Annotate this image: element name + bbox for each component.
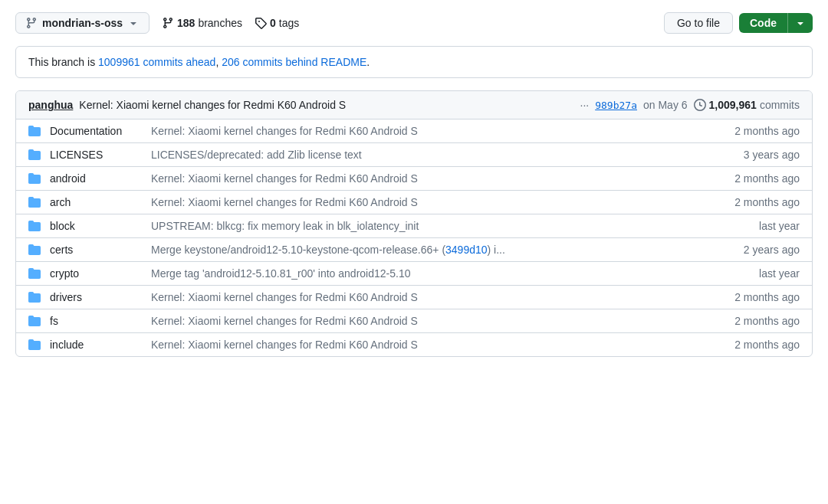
file-rows-container: DocumentationKernel: Xiaomi kernel chang… [16,119,812,356]
chevron-down-icon [127,17,140,29]
table-row: includeKernel: Xiaomi kernel changes for… [16,333,812,356]
commit-count-number: 1,009,961 [709,99,757,111]
folder-icon [28,315,41,327]
commit-hash-link[interactable]: 989b27a [595,100,637,111]
file-age: last year [723,220,800,232]
tag-icon [255,17,267,29]
file-name-link[interactable]: android [50,172,142,185]
file-name-link[interactable]: drivers [50,291,142,303]
tag-count-link[interactable]: 0 tags [255,17,299,29]
file-name-link[interactable]: arch [50,196,142,208]
file-name-link[interactable]: fs [50,315,142,327]
branch-count-link[interactable]: 188 branches [162,17,242,29]
commit-message: Kernel: Xiaomi kernel changes for Redmi … [79,99,573,111]
file-age: 2 months ago [723,125,800,137]
file-age: 2 months ago [723,196,800,208]
table-row: archKernel: Xiaomi kernel changes for Re… [16,191,812,214]
table-row: driversKernel: Xiaomi kernel changes for… [16,286,812,309]
file-commit-message: Kernel: Xiaomi kernel changes for Redmi … [151,339,714,351]
table-row: blockUPSTREAM: blkcg: fix memory leak in… [16,214,812,238]
table-row: certsMerge keystone/android12-5.10-keyst… [16,238,812,262]
code-button-group: Code [739,13,813,33]
branch-number: 188 [177,17,195,29]
file-commit-message: UPSTREAM: blkcg: fix memory leak in blk_… [151,220,714,232]
file-name-link[interactable]: LICENSES [50,149,142,161]
git-branch-icon [25,17,38,29]
file-age: last year [723,267,800,280]
file-commit-message: LICENSES/deprecated: add Zlib license te… [151,149,714,161]
file-commit-message: Kernel: Xiaomi kernel changes for Redmi … [151,172,714,185]
folder-icon [28,220,41,232]
file-name-link[interactable]: crypto [50,267,142,280]
file-commit-message: Kernel: Xiaomi kernel changes for Redmi … [151,315,714,327]
code-dropdown-button[interactable] [787,13,813,33]
file-commit-message: Kernel: Xiaomi kernel changes for Redmi … [151,125,714,137]
table-row: DocumentationKernel: Xiaomi kernel chang… [16,119,812,143]
file-age: 2 months ago [723,291,800,303]
folder-icon [28,172,41,185]
commit-link[interactable]: 3499d10 [445,244,488,256]
git-branch-count-icon [162,17,174,29]
commit-count: 1,009,961 commits [694,99,800,111]
file-commit-message: Kernel: Xiaomi kernel changes for Redmi … [151,196,714,208]
tag-label: tags [279,17,299,29]
file-name-link[interactable]: Documentation [50,125,142,137]
tag-number: 0 [270,17,276,29]
file-name-link[interactable]: certs [50,244,142,256]
file-age: 2 months ago [723,315,800,327]
folder-icon [28,244,41,256]
readme-link[interactable]: README [320,56,366,68]
file-browser: panghua Kernel: Xiaomi kernel changes fo… [15,90,813,357]
file-name-link[interactable]: block [50,220,142,232]
folder-icon [28,196,41,208]
banner-separator: , [215,56,222,68]
banner-suffix: . [366,56,370,68]
commit-ellipsis[interactable]: ··· [580,99,590,111]
folder-icon [28,125,41,137]
go-to-file-button[interactable]: Go to file [664,12,733,34]
branch-info-banner: This branch is 1009961 commits ahead, 20… [15,46,813,78]
file-age: 2 months ago [723,172,800,185]
file-age: 3 years ago [723,149,800,161]
commit-header: panghua Kernel: Xiaomi kernel changes fo… [16,91,812,119]
commits-ahead-link[interactable]: 1009961 commits ahead [98,56,215,68]
folder-icon [28,267,41,280]
table-row: androidKernel: Xiaomi kernel changes for… [16,167,812,191]
branch-label: branches [198,17,242,29]
commits-label: commits [760,99,800,111]
file-age: 2 months ago [723,339,800,351]
file-commit-message: Merge tag 'android12-5.10.81_r00' into a… [151,267,714,280]
commit-date: on May 6 [643,99,688,111]
clock-icon [694,99,706,111]
folder-icon [28,291,41,303]
branch-selector[interactable]: mondrian-s-oss [15,12,150,34]
toolbar: mondrian-s-oss 188 branches 0 tags Go to… [15,12,813,34]
chevron-down-icon [794,17,807,29]
file-commit-message: Merge keystone/android12-5.10-keystone-q… [151,244,714,256]
table-row: fsKernel: Xiaomi kernel changes for Redm… [16,309,812,333]
commits-behind-link[interactable]: 206 commits behind [222,56,317,68]
toolbar-right: Go to file Code [664,12,813,34]
code-button[interactable]: Code [739,13,787,33]
branch-name: mondrian-s-oss [42,17,123,29]
table-row: cryptoMerge tag 'android12-5.10.81_r00' … [16,262,812,286]
folder-icon [28,339,41,351]
commit-author-link[interactable]: panghua [28,99,73,111]
banner-prefix: This branch is [28,56,98,68]
file-commit-message: Kernel: Xiaomi kernel changes for Redmi … [151,291,714,303]
file-name-link[interactable]: include [50,339,142,351]
folder-icon [28,149,41,161]
table-row: LICENSESLICENSES/deprecated: add Zlib li… [16,143,812,167]
commit-right: 989b27a on May 6 1,009,961 commits [595,99,800,111]
file-age: 2 years ago [723,244,800,256]
